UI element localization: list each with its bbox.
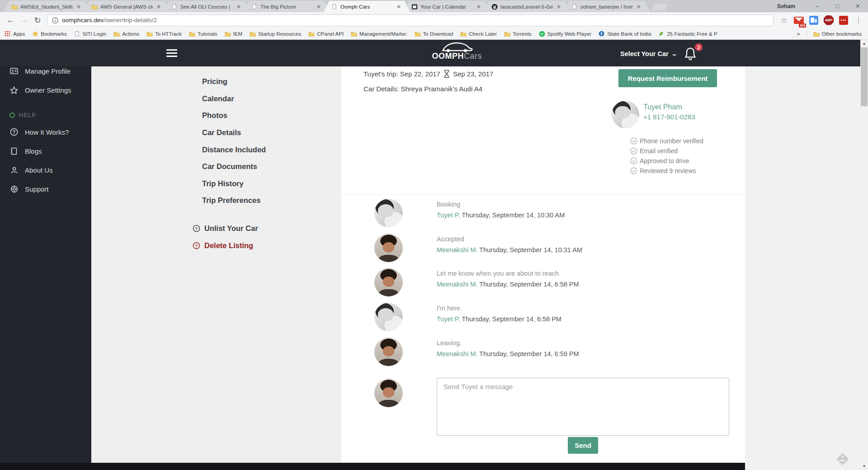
menu-action-label: Unlist Your Car	[204, 224, 258, 233]
bookmark-label: Spotify Web Player	[547, 31, 592, 37]
bookmark-item[interactable]: Check Later	[460, 31, 497, 37]
chrome-profile-name[interactable]: Soham	[777, 3, 795, 9]
sidebar-item-owner-settings[interactable]: Owner Settings	[0, 80, 91, 99]
hamburger-menu-icon[interactable]	[166, 49, 177, 59]
page-scrollbar[interactable]: ▲ ▼	[860, 40, 868, 470]
tab-close-icon[interactable]: ✕	[236, 4, 242, 10]
site-header: OOMPHCars Select Your Car ⌄ 2	[0, 40, 868, 66]
tag-icon	[835, 451, 851, 467]
tab-close-icon[interactable]: ✕	[556, 4, 562, 10]
chrome-menu-icon[interactable]: ⋮	[853, 16, 864, 24]
menu-item-distance-included[interactable]: Distance Included	[202, 141, 341, 158]
chat-message-body: Let me know when you are about to reachM…	[437, 268, 579, 303]
bookmark-item[interactable]: State Bank of India	[599, 31, 651, 37]
window-minimize-button[interactable]: –	[807, 0, 827, 12]
bookmarks-overflow-icon[interactable]: »	[797, 30, 800, 37]
browser-tab[interactable]: The Big Picture✕	[244, 1, 330, 12]
send-button[interactable]: Send	[568, 437, 598, 454]
sidebar-item-blogs[interactable]: Blogs	[0, 141, 91, 160]
question-circle-icon: ?	[9, 128, 19, 136]
sidebar-help-heading: HELP	[9, 112, 91, 118]
tabs-extension-icon[interactable]	[808, 14, 820, 26]
browser-tab[interactable]: AWS General [AWS clou✕	[84, 1, 170, 12]
chat-sender-link[interactable]: Tuyet P.	[437, 315, 460, 323]
scroll-down-icon[interactable]: ▼	[860, 462, 868, 470]
calendar-icon	[411, 4, 418, 10]
tab-close-icon[interactable]: ✕	[636, 4, 642, 10]
adblock-plus-icon[interactable]: ABP	[823, 14, 835, 26]
bookmark-item[interactable]: CPanel API	[308, 31, 344, 37]
url-bar[interactable]: oomphcars.dev/owner/trip-details/2	[47, 14, 774, 26]
page-info-icon[interactable]	[52, 17, 58, 24]
notifications-bell[interactable]: 2	[684, 47, 702, 62]
other-bookmarks[interactable]: Other bookmarks	[813, 31, 862, 37]
bookmark-item[interactable]: Startup Resources	[250, 31, 301, 37]
bookmark-item[interactable]: Spotify Web Player	[539, 31, 592, 37]
bookmark-item[interactable]: Torrents	[504, 31, 532, 37]
bookmark-item[interactable]: 25 Fantastic Free & P	[658, 31, 717, 37]
back-icon[interactable]: ←	[4, 14, 17, 27]
bookmark-label: IEM	[233, 31, 242, 37]
menu-item-photos[interactable]: Photos	[202, 107, 341, 124]
chat-sender-link[interactable]: Meenakshi M.	[437, 246, 477, 254]
verification-label: Phone number verified	[640, 137, 703, 145]
mail-extension-icon[interactable]: 979	[793, 14, 805, 26]
tab-close-icon[interactable]: ✕	[75, 4, 82, 10]
request-reimbursement-button[interactable]: Request Reimbursement	[618, 69, 717, 87]
message-input[interactable]	[437, 378, 729, 436]
tab-close-icon[interactable]: ✕	[156, 4, 162, 10]
chat-sender-link[interactable]: Meenakshi M.	[437, 350, 477, 357]
select-your-car-dropdown[interactable]: Select Your Car ⌄	[620, 50, 676, 57]
folder-icon	[813, 31, 820, 37]
menu-item-pricing[interactable]: Pricing	[202, 73, 341, 90]
bookmark-item[interactable]: To Download	[415, 31, 453, 37]
chat-sender-link[interactable]: Tuyet P.	[437, 212, 460, 219]
renter-name[interactable]: Tuyet Pham	[643, 103, 682, 111]
renter-phone[interactable]: +1 817-901-0283	[643, 113, 695, 121]
sidebar-item-how-it-works-[interactable]: ?How It Works?	[0, 122, 91, 141]
sidebar-item-about-us[interactable]: About Us	[0, 160, 91, 179]
browser-tab[interactable]: AWSEd_Student_Skills_A✕	[4, 1, 90, 12]
bookmark-label: Management/Marke:	[359, 31, 407, 37]
bookmark-item[interactable]: Tutorials	[189, 31, 217, 37]
window-close-button[interactable]: ✕	[848, 0, 868, 12]
scrollbar-thumb[interactable]	[861, 47, 868, 106]
composer-avatar	[374, 379, 403, 407]
new-tab-button[interactable]	[651, 4, 668, 10]
bookmark-item[interactable]: Apps	[5, 31, 25, 37]
id-card-icon	[9, 67, 19, 75]
reload-icon[interactable]: ↻	[31, 14, 44, 27]
menu-item-trip-preferences[interactable]: Trip Preferences	[202, 192, 341, 209]
browser-tab[interactable]: See All OLI Courses |✕	[164, 1, 250, 12]
bookmark-item[interactable]: To HTTrack	[146, 31, 182, 37]
tab-close-icon[interactable]: ✕	[396, 4, 402, 10]
site-logo[interactable]: OOMPHCars	[432, 42, 482, 61]
bookmark-item[interactable]: IEM	[225, 31, 242, 37]
scroll-up-icon[interactable]: ▲	[860, 40, 868, 47]
menu-action-unlist-your-car[interactable]: ?Unlist Your Car	[192, 220, 341, 237]
tab-close-icon[interactable]: ✕	[316, 4, 322, 10]
password-extension-icon[interactable]: •••	[838, 14, 849, 26]
menu-item-car-details[interactable]: Car Details	[202, 124, 341, 141]
browser-tab[interactable]: laracasts/Laravel-5-Gene✕	[484, 1, 570, 12]
sidebar-item-manage-profile[interactable]: Manage Profile	[0, 66, 91, 80]
menu-item-calendar[interactable]: Calendar	[202, 90, 341, 108]
bookmark-star-icon[interactable]: ☆	[778, 14, 790, 26]
bookmark-item[interactable]: Actions	[113, 31, 139, 37]
browser-tab[interactable]: soham_banerjee / home✕	[564, 1, 650, 12]
browser-tab[interactable]: Oomph Cars✕	[324, 1, 410, 12]
sidebar-item-support[interactable]: Support	[0, 179, 91, 198]
bookmark-item[interactable]: Bookmarks	[32, 31, 67, 37]
browser-tab[interactable]: Your Car | Calendar✕	[404, 1, 490, 12]
bookmarks-bar: AppsBookmarksSITI LoginActionsTo HTTrack…	[0, 28, 868, 40]
window-maximize-button[interactable]: □	[827, 0, 848, 12]
bookmark-item[interactable]: SITI Login	[74, 31, 106, 37]
bookmark-label: To Download	[423, 31, 453, 37]
bookmark-item[interactable]: Management/Marke:	[351, 31, 407, 37]
menu-action-delete-listing[interactable]: ?Delete Listing	[192, 237, 341, 254]
menu-item-car-documents[interactable]: Car Documents	[202, 158, 341, 175]
menu-item-trip-history[interactable]: Trip History	[202, 175, 341, 193]
chat-sender-link[interactable]: Meenakshi M.	[437, 281, 477, 288]
tab-close-icon[interactable]: ✕	[476, 4, 482, 10]
question-circle-icon: ?	[192, 242, 201, 249]
